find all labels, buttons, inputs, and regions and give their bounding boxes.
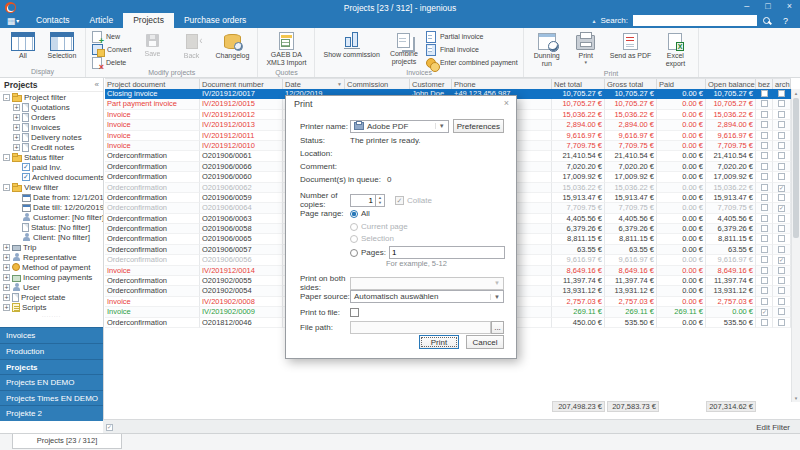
- bottom-tab-projects[interactable]: Projects [23 / 312]: [12, 434, 122, 449]
- column-header-commission[interactable]: Commission: [345, 79, 410, 89]
- app-menu-button[interactable]: ▦▾: [0, 13, 26, 28]
- collapse-icon[interactable]: -: [3, 94, 10, 101]
- arch-checkbox[interactable]: [778, 298, 785, 305]
- new-button[interactable]: New: [91, 31, 132, 42]
- sidebar-collapse-icon[interactable]: «: [95, 80, 99, 89]
- close-button[interactable]: ×: [787, 1, 792, 11]
- print-to-file-checkbox[interactable]: [350, 308, 359, 317]
- bez-checkbox[interactable]: [761, 298, 768, 305]
- tree-item-paid-inv[interactable]: paid Inv.: [0, 162, 103, 172]
- column-header-customer[interactable]: Customer: [410, 79, 452, 89]
- back-button[interactable]: Back: [174, 30, 210, 61]
- tab-contacts[interactable]: Contacts: [26, 13, 80, 28]
- selection-button[interactable]: Selection: [44, 30, 80, 61]
- maximize-button[interactable]: □: [765, 1, 770, 11]
- range-pages-radio[interactable]: [350, 249, 358, 257]
- tree-item-user[interactable]: +User: [0, 282, 103, 292]
- scroll-up-icon[interactable]: ▴: [792, 89, 800, 97]
- bez-checkbox[interactable]: [761, 235, 768, 242]
- nav-button-production[interactable]: Production: [0, 343, 103, 359]
- tree-item-project-filter[interactable]: -Project filter: [0, 92, 103, 102]
- tree-item-trip[interactable]: +Trip: [0, 242, 103, 252]
- expand-icon[interactable]: +: [3, 304, 10, 311]
- tree-item-scripts[interactable]: +Scripts: [0, 302, 103, 312]
- send-as-pdf-button[interactable]: Send as PDF: [607, 30, 655, 61]
- arch-checkbox[interactable]: [778, 185, 785, 192]
- bez-checkbox[interactable]: [761, 121, 768, 128]
- nav-button-projects-en-demo[interactable]: Projects EN DEMO: [0, 374, 103, 390]
- bez-checkbox[interactable]: [761, 225, 768, 232]
- bez-checkbox[interactable]: [761, 142, 768, 149]
- bez-checkbox[interactable]: [761, 132, 768, 139]
- arch-checkbox[interactable]: [778, 152, 785, 159]
- partial-invoice-button[interactable]: Partial invoice: [425, 31, 518, 42]
- vertical-scrollbar[interactable]: ▴ ▾: [791, 89, 800, 402]
- column-header-bez[interactable]: bez: [756, 79, 773, 89]
- bez-checkbox[interactable]: [761, 309, 768, 316]
- nav-button-invoices[interactable]: Invoices: [0, 327, 103, 343]
- arch-checkbox[interactable]: [778, 308, 785, 315]
- bez-checkbox[interactable]: [761, 173, 768, 180]
- tree-item-representative[interactable]: +Representative: [0, 252, 103, 262]
- column-header-date[interactable]: Date▼: [283, 79, 345, 89]
- tree-item-date-from[interactable]: Date from: 12/1/2018: [0, 192, 103, 202]
- dialog-close-icon[interactable]: ×: [504, 98, 509, 108]
- collapse-ribbon-icon[interactable]: ▴: [592, 17, 595, 24]
- tree-item-status-filter[interactable]: -Status filter: [0, 152, 103, 162]
- column-header-document-number[interactable]: Document number: [200, 79, 283, 89]
- arch-checkbox[interactable]: [778, 205, 785, 212]
- convert-button[interactable]: Convert: [91, 44, 132, 55]
- changelog-button[interactable]: Changelog: [213, 30, 253, 61]
- arch-checkbox[interactable]: [778, 90, 785, 97]
- arch-checkbox[interactable]: [778, 277, 785, 284]
- arch-checkbox[interactable]: [778, 319, 785, 326]
- range-current-radio[interactable]: [350, 223, 358, 231]
- arch-checkbox[interactable]: [778, 215, 785, 222]
- bez-checkbox[interactable]: [761, 194, 768, 201]
- tree-item-orders[interactable]: +Orders: [0, 112, 103, 122]
- tree-item-invoices[interactable]: +Invoices: [0, 122, 103, 132]
- bez-checkbox[interactable]: [761, 100, 768, 107]
- expand-icon[interactable]: +: [13, 124, 20, 131]
- pages-input[interactable]: [389, 246, 505, 259]
- tree-item-quotations[interactable]: +Quotations: [0, 102, 103, 112]
- bez-checkbox[interactable]: [761, 111, 768, 118]
- bez-checkbox[interactable]: [761, 204, 768, 211]
- paper-source-select[interactable]: Automatisch auswählen ▼: [350, 290, 504, 303]
- range-all-radio[interactable]: [350, 210, 358, 218]
- help-button[interactable]: ?: [777, 16, 794, 26]
- final-invoice-button[interactable]: Final invoice: [425, 44, 518, 55]
- bez-checkbox[interactable]: [761, 184, 768, 191]
- nav-button-projekte-2[interactable]: Projekte 2: [0, 405, 103, 421]
- enter-combined-payment-button[interactable]: Enter combined payment: [425, 57, 518, 68]
- tree-item-archived-documents[interactable]: Archived documents: [0, 172, 103, 182]
- arch-checkbox[interactable]: [778, 173, 785, 180]
- file-path-input[interactable]: [350, 321, 491, 334]
- tree-item-method-of-payment[interactable]: +Method of payment: [0, 262, 103, 272]
- cancel-button[interactable]: Cancel: [466, 335, 504, 349]
- arch-checkbox[interactable]: [778, 163, 785, 170]
- all-button[interactable]: All: [5, 30, 41, 61]
- range-selection-radio[interactable]: [350, 235, 358, 243]
- bez-checkbox[interactable]: [761, 246, 768, 253]
- spin-down-icon[interactable]: ▼: [376, 200, 384, 206]
- tree-item-project-state[interactable]: +Project state: [0, 292, 103, 302]
- expand-icon[interactable]: +: [3, 244, 10, 251]
- bez-checkbox[interactable]: [761, 152, 768, 159]
- delete-button[interactable]: Delete: [91, 57, 132, 68]
- collapse-icon[interactable]: -: [3, 154, 10, 161]
- column-header-paid[interactable]: Paid: [657, 79, 706, 89]
- tree-item-view-filter[interactable]: -View filter: [0, 182, 103, 192]
- bez-checkbox[interactable]: [761, 287, 768, 294]
- tree-item-delivery-notes[interactable]: +Delivery notes: [0, 132, 103, 142]
- column-header-project-document[interactable]: Project document: [105, 79, 200, 89]
- collate-checkbox[interactable]: [395, 196, 404, 205]
- arch-checkbox[interactable]: [778, 267, 785, 274]
- arch-checkbox[interactable]: [778, 100, 785, 107]
- search-input[interactable]: [633, 15, 757, 26]
- bez-checkbox[interactable]: [761, 256, 768, 263]
- tree-item-status[interactable]: Status: [No filter]: [0, 222, 103, 232]
- bez-checkbox[interactable]: [761, 277, 768, 284]
- arch-checkbox[interactable]: [778, 132, 785, 139]
- expand-icon[interactable]: +: [3, 274, 10, 281]
